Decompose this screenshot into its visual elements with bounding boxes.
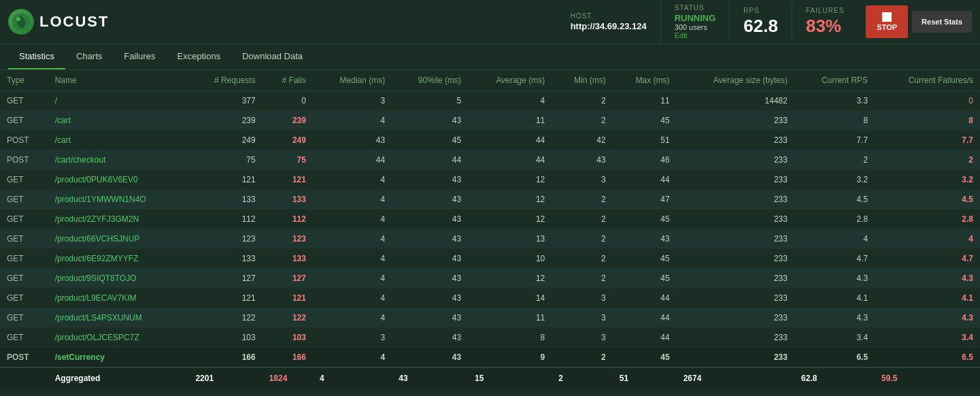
- cell-fails: 121: [263, 170, 313, 190]
- cell-fail-s: 4.7: [875, 249, 980, 269]
- cell-max: 46: [613, 150, 677, 170]
- svg-point-2: [16, 17, 20, 21]
- cell-fail-s: 4.1: [875, 288, 980, 308]
- cell-avg-size: 233: [677, 229, 794, 249]
- tab-failures[interactable]: Failures: [113, 44, 166, 69]
- col-p90[interactable]: 90%ile (ms): [392, 70, 468, 91]
- cell-median: 3: [313, 328, 392, 348]
- cell-rps: 4.3: [794, 269, 875, 288]
- cell-rps: 3.3: [794, 91, 875, 111]
- edit-link[interactable]: Edit: [675, 31, 716, 39]
- cell-requests: 166: [188, 348, 262, 368]
- tab-exceptions[interactable]: Exceptions: [167, 44, 232, 69]
- cell-rps: 4.5: [794, 190, 875, 210]
- cell-name: /product/9SIQT8TOJO: [48, 269, 189, 288]
- cell-name: /cart: [48, 111, 189, 131]
- cell-name: /product/LS4PSXUNUM: [48, 308, 189, 328]
- table-header-row: Type Name # Requests # Fails Median (ms)…: [0, 70, 980, 91]
- cell-max: 47: [613, 190, 677, 210]
- cell-type: POST: [0, 150, 48, 170]
- cell-fails: 127: [263, 269, 313, 288]
- col-fail-s[interactable]: Current Failures/s: [875, 70, 980, 91]
- cell-max: 45: [613, 249, 677, 269]
- logo-area: LOCUST: [8, 9, 109, 35]
- table-row: GET /product/66VCHSJNUP 123 123 4 43 13 …: [0, 229, 980, 249]
- cell-fail-s: 2.8: [875, 210, 980, 229]
- cell-avg-size: 233: [677, 288, 794, 308]
- col-min[interactable]: Min (ms): [552, 70, 612, 91]
- col-median[interactable]: Median (ms): [313, 70, 392, 91]
- cell-name: /cart: [48, 131, 189, 150]
- agg-max: 51: [613, 367, 677, 389]
- cell-requests: 121: [188, 170, 262, 190]
- cell-avg: 8: [468, 328, 552, 348]
- col-avg-size[interactable]: Average size (bytes): [677, 70, 794, 91]
- cell-requests: 103: [188, 328, 262, 348]
- col-fails[interactable]: # Fails: [263, 70, 313, 91]
- cell-avg: 12: [468, 170, 552, 190]
- failures-value: 83%: [806, 16, 844, 37]
- cell-p90: 43: [392, 210, 468, 229]
- cell-avg: 10: [468, 249, 552, 269]
- cell-avg-size: 233: [677, 328, 794, 348]
- cell-requests: 249: [188, 131, 262, 150]
- cell-avg: 44: [468, 131, 552, 150]
- cell-type: POST: [0, 348, 48, 368]
- cell-rps: 4: [794, 229, 875, 249]
- cell-max: 51: [613, 131, 677, 150]
- cell-min: 2: [552, 348, 612, 368]
- cell-p90: 43: [392, 288, 468, 308]
- table-body: GET / 377 0 3 5 4 2 11 14482 3.3 0 GET /…: [0, 91, 980, 368]
- cell-rps: 4.1: [794, 288, 875, 308]
- reset-stats-button[interactable]: Reset Stats: [912, 11, 972, 33]
- cell-name: /: [48, 91, 189, 111]
- cell-max: 44: [613, 288, 677, 308]
- cell-requests: 239: [188, 111, 262, 131]
- reset-label: Reset Stats: [922, 18, 962, 26]
- cell-name: /product/0PUK6V6EV0: [48, 170, 189, 190]
- cell-fail-s: 7.7: [875, 131, 980, 150]
- stop-button[interactable]: STOP: [866, 5, 908, 38]
- cell-min: 2: [552, 91, 612, 111]
- cell-fail-s: 3.2: [875, 170, 980, 190]
- col-requests[interactable]: # Requests: [188, 70, 262, 91]
- tab-charts[interactable]: Charts: [65, 44, 113, 69]
- cell-type: GET: [0, 308, 48, 328]
- cell-avg: 11: [468, 308, 552, 328]
- cell-fails: 112: [263, 210, 313, 229]
- tab-download-data[interactable]: Download Data: [231, 44, 314, 69]
- cell-type: GET: [0, 288, 48, 308]
- cell-fail-s: 8: [875, 111, 980, 131]
- status-stat: STATUS RUNNING 300 users Edit: [661, 1, 730, 42]
- cell-min: 3: [552, 170, 612, 190]
- cell-max: 43: [613, 229, 677, 249]
- stats-table-container: Type Name # Requests # Fails Median (ms)…: [0, 70, 980, 389]
- col-rps[interactable]: Current RPS: [794, 70, 875, 91]
- col-max[interactable]: Max (ms): [613, 70, 677, 91]
- cell-avg: 11: [468, 111, 552, 131]
- cell-avg: 13: [468, 229, 552, 249]
- agg-fail-s: 59.5: [875, 367, 980, 389]
- cell-max: 44: [613, 170, 677, 190]
- cell-avg-size: 233: [677, 190, 794, 210]
- col-avg[interactable]: Average (ms): [468, 70, 552, 91]
- cell-type: GET: [0, 210, 48, 229]
- cell-avg: 44: [468, 150, 552, 170]
- cell-avg: 12: [468, 210, 552, 229]
- tab-statistics[interactable]: Statistics: [8, 44, 65, 69]
- cell-max: 45: [613, 210, 677, 229]
- host-label: HOST: [571, 12, 647, 20]
- cell-avg-size: 233: [677, 249, 794, 269]
- table-row: GET /product/1YMWWN1N4O 133 133 4 43 12 …: [0, 190, 980, 210]
- cell-requests: 133: [188, 190, 262, 210]
- table-row: GET /cart 239 239 4 43 11 2 45 233 8 8: [0, 111, 980, 131]
- cell-avg: 9: [468, 348, 552, 368]
- cell-avg: 12: [468, 269, 552, 288]
- cell-rps: 4.3: [794, 308, 875, 328]
- cell-median: 43: [313, 131, 392, 150]
- cell-type: GET: [0, 269, 48, 288]
- cell-avg-size: 233: [677, 150, 794, 170]
- cell-type: GET: [0, 328, 48, 348]
- cell-requests: 127: [188, 269, 262, 288]
- cell-rps: 4.7: [794, 249, 875, 269]
